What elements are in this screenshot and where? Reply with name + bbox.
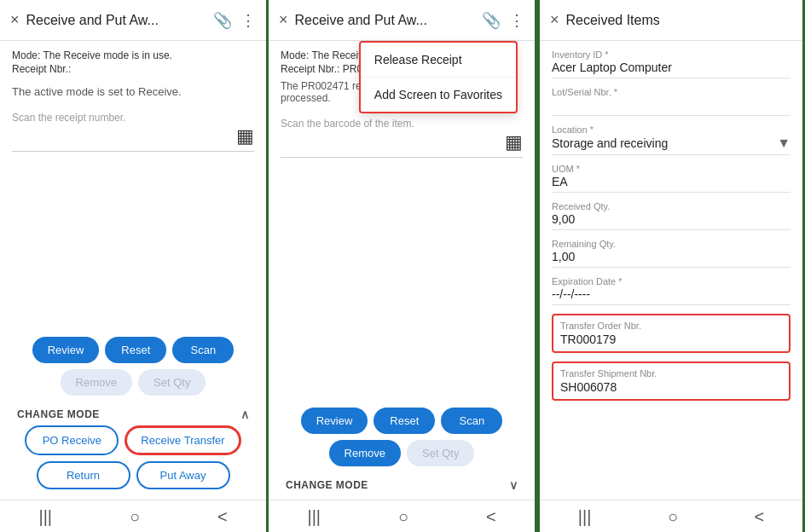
- put-away-button[interactable]: Put Away: [136, 461, 230, 489]
- panel-receive-putaway-1: × Receive and Put Aw... 📎 ⋮ Mode: The Re…: [0, 0, 269, 532]
- panel1-btn-row2: Remove Set Qty: [9, 369, 258, 396]
- panel1-header-icons: 📎 ⋮: [213, 11, 256, 30]
- transfer-order-label: Transfer Order Nbr.: [560, 321, 782, 331]
- change-mode-label2: CHANGE MODE: [286, 479, 368, 491]
- remaining-qty-value: 1,00: [552, 250, 791, 268]
- po-receive-button[interactable]: PO Receive: [25, 425, 119, 455]
- barcode-icon: ▦: [236, 125, 254, 147]
- dropdown-menu: Release Receipt Add Screen to Favorites: [359, 41, 518, 113]
- reset-button-2[interactable]: Reset: [374, 408, 435, 434]
- uom-value: EA: [552, 175, 791, 193]
- transfer-shipment-label: Transfer Shipment Nbr.: [560, 368, 782, 379]
- lot-serial-label: Lot/Serial Nbr. *: [552, 87, 791, 97]
- more-icon[interactable]: ⋮: [240, 11, 256, 30]
- panel2-nav-bar: ||| ○ <: [269, 500, 535, 532]
- close-icon-2[interactable]: ×: [279, 11, 288, 29]
- location-select-row[interactable]: Storage and receiving ▼: [552, 136, 791, 155]
- panel2-header: × Receive and Put Aw... 📎 ⋮: [269, 0, 535, 41]
- lot-serial-field: Lot/Serial Nbr. *: [552, 87, 791, 116]
- scan-button-2[interactable]: Scan: [441, 408, 502, 434]
- nav-home-icon1[interactable]: ○: [130, 507, 140, 527]
- transfer-shipment-field: Transfer Shipment Nbr. SH006078: [552, 361, 791, 401]
- close-icon-3[interactable]: ×: [550, 11, 559, 29]
- remove-button[interactable]: Remove: [61, 369, 132, 396]
- uom-label: UOM *: [552, 164, 791, 174]
- reset-button[interactable]: Reset: [105, 337, 166, 363]
- nav-home-icon2[interactable]: ○: [398, 507, 408, 527]
- set-qty-button-2[interactable]: Set Qty: [407, 440, 474, 466]
- location-label: Location *: [552, 124, 791, 135]
- received-qty-value: 9,00: [552, 212, 791, 230]
- panel2-btn-row1: Review Reset Scan: [277, 408, 526, 434]
- change-mode-bar2[interactable]: CHANGE MODE ∨: [277, 472, 526, 496]
- inventory-id-field: Inventory ID * Acer Laptop Computer: [552, 49, 791, 78]
- expiration-date-label: Expiration Date *: [552, 276, 791, 286]
- nav-menu-icon3[interactable]: |||: [578, 507, 592, 527]
- barcode-icon-2: ▦: [505, 131, 523, 153]
- panel1-mode-line2: Receipt Nbr.:: [12, 63, 254, 75]
- review-button[interactable]: Review: [32, 337, 100, 363]
- change-mode-buttons1: PO Receive Receive Transfer Return Put A…: [9, 425, 258, 496]
- panel1-btn-row1: Review Reset Scan: [9, 337, 258, 363]
- nav-home-icon3[interactable]: ○: [668, 507, 678, 527]
- transfer-shipment-value: SH006078: [560, 380, 782, 394]
- panel2-header-icons: 📎 ⋮: [482, 11, 524, 30]
- transfer-order-field: Transfer Order Nbr. TR000179: [552, 314, 791, 353]
- remaining-qty-field: Remaining Qty. 1,00: [552, 239, 791, 268]
- nav-back-icon1[interactable]: <: [217, 507, 228, 527]
- more-icon-2[interactable]: ⋮: [509, 11, 524, 30]
- location-value: Storage and receiving: [552, 136, 777, 150]
- inventory-id-label: Inventory ID *: [552, 49, 791, 60]
- review-button-2[interactable]: Review: [301, 408, 368, 434]
- remove-button-2[interactable]: Remove: [329, 440, 401, 466]
- panel2-btn-row2: Remove Set Qty: [277, 440, 526, 466]
- change-mode-chevron1: ∧: [240, 408, 250, 421]
- nav-back-icon2[interactable]: <: [486, 507, 496, 527]
- inventory-id-value: Acer Laptop Computer: [552, 61, 791, 78]
- panel1-scan-input-row: ▦: [12, 125, 254, 152]
- panel-receive-putaway-2: × Receive and Put Aw... 📎 ⋮ Release Rece…: [269, 0, 537, 532]
- uom-field: UOM * EA: [552, 164, 791, 193]
- received-qty-field: Received Qty. 9,00: [552, 201, 791, 230]
- panel3-content: Inventory ID * Acer Laptop Computer Lot/…: [540, 41, 802, 500]
- location-select-arrow: ▼: [777, 136, 791, 151]
- nav-menu-icon1[interactable]: |||: [38, 507, 52, 527]
- set-qty-button[interactable]: Set Qty: [138, 369, 206, 396]
- panel1-header: × Receive and Put Aw... 📎 ⋮: [0, 0, 266, 41]
- panel2-title: Receive and Put Aw...: [295, 13, 482, 28]
- panel1-mode-line1: Mode: The Receive mode is in use.: [12, 49, 254, 61]
- panel2-scan-label: Scan the barcode of the item.: [281, 118, 523, 130]
- panel1-nav-bar: ||| ○ <: [0, 500, 266, 532]
- receive-transfer-button[interactable]: Receive Transfer: [125, 425, 240, 455]
- expiration-date-value: --/--/----: [552, 287, 791, 305]
- panel3-header: × Received Items: [540, 0, 802, 41]
- expiration-date-field: Expiration Date * --/--/----: [552, 276, 791, 305]
- clip-icon[interactable]: 📎: [213, 11, 232, 30]
- nav-back-icon3[interactable]: <: [755, 507, 765, 527]
- location-field: Location * Storage and receiving ▼: [552, 124, 791, 155]
- lot-serial-value[interactable]: [552, 98, 791, 116]
- panel1-active-mode: The active mode is set to Receive.: [12, 85, 254, 98]
- panel-received-items: × Received Items Inventory ID * Acer Lap…: [537, 0, 805, 532]
- clip-icon-2[interactable]: 📎: [482, 11, 501, 30]
- change-mode-label1: CHANGE MODE: [17, 408, 100, 420]
- panel2-bottom: Review Reset Scan Remove Set Qty CHANGE …: [269, 401, 535, 500]
- dropdown-release-receipt[interactable]: Release Receipt: [361, 43, 516, 78]
- received-qty-label: Received Qty.: [552, 201, 791, 211]
- panel3-nav-bar: ||| ○ <: [540, 500, 802, 532]
- change-mode-bar1[interactable]: CHANGE MODE ∧: [9, 402, 258, 425]
- dropdown-add-favorites[interactable]: Add Screen to Favorites: [361, 78, 516, 112]
- panel1-scan-input[interactable]: [12, 130, 236, 143]
- return-button[interactable]: Return: [37, 461, 130, 489]
- panel1-content: Mode: The Receive mode is in use. Receip…: [0, 41, 266, 330]
- close-icon[interactable]: ×: [10, 11, 20, 29]
- transfer-order-value: TR000179: [560, 332, 782, 346]
- change-mode-chevron2: ∨: [509, 478, 518, 492]
- panel3-title: Received Items: [566, 13, 792, 28]
- remaining-qty-label: Remaining Qty.: [552, 239, 791, 249]
- panel1-title: Receive and Put Aw...: [26, 13, 213, 28]
- scan-button[interactable]: Scan: [172, 337, 234, 363]
- nav-menu-icon2[interactable]: |||: [307, 507, 321, 527]
- panel2-scan-input[interactable]: [281, 136, 505, 149]
- panel2-scan-input-row: ▦: [281, 131, 523, 158]
